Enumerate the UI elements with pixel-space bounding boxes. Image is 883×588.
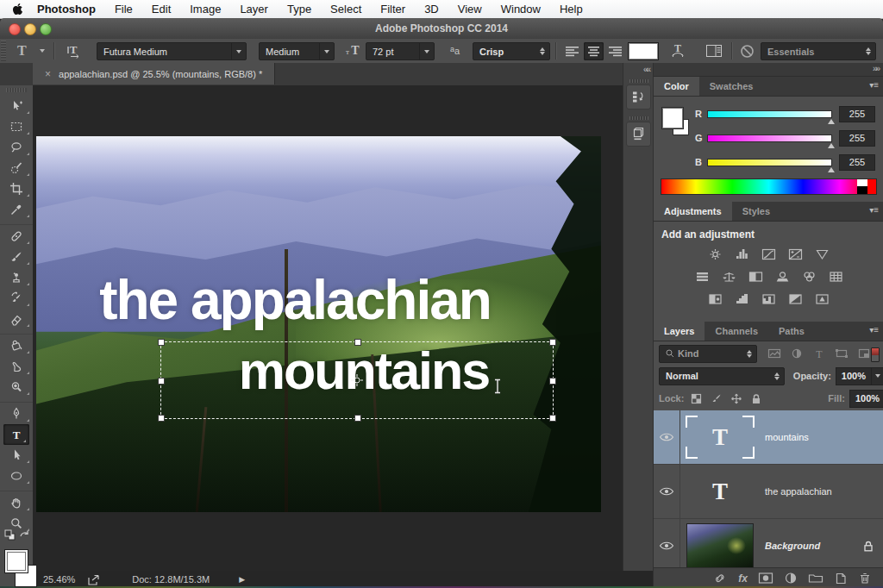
text-orientation-button[interactable]: T xyxy=(66,39,83,63)
menu-help[interactable]: Help xyxy=(560,3,583,16)
font-family-dropdown[interactable] xyxy=(231,43,246,59)
layer-style-fx-button[interactable]: fx xyxy=(738,572,748,585)
layer-filter-dropdown[interactable] xyxy=(747,350,752,358)
invert-icon[interactable] xyxy=(706,292,724,306)
share-icon[interactable] xyxy=(87,574,101,585)
hand-tool[interactable] xyxy=(0,492,33,513)
layer-visibility-toggle[interactable] xyxy=(654,410,680,464)
adjustments-tab-styles[interactable]: Styles xyxy=(732,202,780,221)
anti-alias-field[interactable]: Crisp xyxy=(473,42,550,60)
lock-paint-icon[interactable] xyxy=(711,393,723,404)
tab-close-icon[interactable]: × xyxy=(45,68,51,80)
layer-thumbnail[interactable] xyxy=(680,519,760,572)
levels-icon[interactable] xyxy=(733,247,751,261)
expand-panels-icon[interactable]: «« xyxy=(623,63,654,74)
adjustments-panel-menu-icon[interactable]: ▾≡ xyxy=(869,205,879,215)
menu-edit[interactable]: Edit xyxy=(152,3,171,16)
align-center-button[interactable] xyxy=(584,42,604,60)
panel-grip[interactable] xyxy=(629,79,648,83)
new-adjustment-layer-button[interactable] xyxy=(784,572,798,585)
apple-menu-icon[interactable] xyxy=(12,3,23,16)
anti-alias-dropdown[interactable] xyxy=(540,47,545,55)
opacity-dropdown[interactable] xyxy=(871,368,883,385)
channel-value-g[interactable]: 255 xyxy=(839,130,875,147)
font-size-dropdown[interactable] xyxy=(419,43,434,59)
brightness-contrast-icon[interactable] xyxy=(706,247,724,261)
slider-knob-r[interactable] xyxy=(828,119,835,124)
gradient-map-icon[interactable] xyxy=(786,292,805,306)
font-style-dropdown[interactable] xyxy=(319,43,334,59)
lock-all-icon[interactable] xyxy=(750,393,762,404)
layer-visibility-toggle[interactable] xyxy=(654,465,680,518)
spot-healing-brush-tool[interactable] xyxy=(0,226,33,247)
path-selection-tool[interactable] xyxy=(0,445,33,466)
color-tab-swatches[interactable]: Swatches xyxy=(699,77,764,96)
spectrum-black-swatch[interactable] xyxy=(857,186,867,194)
foreground-color-swatch[interactable] xyxy=(4,549,28,573)
fill-field[interactable]: 100% xyxy=(849,390,883,408)
selection-handle-top-center[interactable] xyxy=(354,339,361,346)
crop-tool[interactable] xyxy=(0,178,33,199)
menu-layer[interactable]: Layer xyxy=(240,3,268,16)
hue-saturation-icon[interactable] xyxy=(693,270,711,284)
layer-row-the-appalachian[interactable]: Tthe appalachian xyxy=(654,465,883,519)
photo-filter-icon[interactable] xyxy=(773,270,792,284)
new-group-button[interactable] xyxy=(808,572,824,585)
slider-knob-g[interactable] xyxy=(828,143,835,148)
zoom-window-button[interactable] xyxy=(40,23,52,35)
channel-value-b[interactable]: 255 xyxy=(839,154,875,171)
slider-track-g[interactable] xyxy=(707,134,832,142)
spectrum-white-swatch[interactable] xyxy=(857,179,867,186)
layer-filter-toggle[interactable] xyxy=(871,347,880,362)
layer-filter-field[interactable]: Kind xyxy=(659,345,757,363)
type-tool[interactable]: T xyxy=(3,424,29,445)
pen-tool[interactable] xyxy=(0,403,33,424)
eraser-tool[interactable] xyxy=(0,309,33,329)
selective-color-icon[interactable] xyxy=(813,292,831,306)
panel-foreground-swatch[interactable] xyxy=(661,107,684,129)
opacity-field[interactable]: 100% xyxy=(836,367,883,385)
color-tab-color[interactable]: Color xyxy=(654,77,699,96)
zoom-level-field[interactable]: 25.46% xyxy=(43,574,75,585)
menu-type[interactable]: Type xyxy=(287,3,311,16)
layer-row-Background[interactable]: Background xyxy=(654,519,883,573)
curves-icon[interactable] xyxy=(760,247,778,261)
selection-handle-bottom-right[interactable] xyxy=(549,415,556,422)
smart-objects-filter-icon[interactable] xyxy=(857,347,871,360)
adjustment-layers-filter-icon[interactable] xyxy=(790,347,804,360)
workspace-field[interactable]: Essentials xyxy=(761,42,876,60)
brush-tool[interactable] xyxy=(0,247,33,267)
layers-tab-channels[interactable]: Channels xyxy=(705,322,768,341)
vibrance-icon[interactable] xyxy=(813,247,831,261)
threshold-icon[interactable] xyxy=(760,292,778,306)
pixel-layers-filter-icon[interactable] xyxy=(767,347,781,360)
black-white-icon[interactable] xyxy=(747,270,765,284)
channel-mixer-icon[interactable] xyxy=(800,270,818,284)
status-expand-icon[interactable]: ▶ xyxy=(239,575,245,584)
layers-panel-menu-icon[interactable]: ▾≡ xyxy=(869,325,879,335)
slider-knob-b[interactable] xyxy=(828,167,835,172)
menu-file[interactable]: File xyxy=(115,3,133,16)
tools-panel-grip[interactable] xyxy=(6,88,27,92)
font-style-field[interactable]: Medium xyxy=(259,42,335,60)
lock-transparent-icon[interactable] xyxy=(691,393,703,404)
adjustments-tab-adjustments[interactable]: Adjustments xyxy=(654,202,732,221)
color-spectrum-ramp[interactable] xyxy=(661,178,877,195)
history-panel-icon[interactable] xyxy=(626,84,651,109)
canvas-text-the-appalachian[interactable]: the appalachian xyxy=(62,272,528,328)
quick-selection-tool[interactable] xyxy=(0,158,33,178)
text-layer-selection-box[interactable] xyxy=(160,341,554,419)
selection-handle-bottom-left[interactable] xyxy=(158,415,165,422)
link-layers-button[interactable] xyxy=(712,572,728,585)
options-bar-grip[interactable] xyxy=(1,41,6,61)
layer-thumbnail[interactable]: T xyxy=(680,410,760,464)
lock-move-icon[interactable] xyxy=(730,393,742,404)
history-brush-tool[interactable] xyxy=(0,288,33,309)
collapse-dock-icon[interactable]: »» xyxy=(654,63,883,77)
close-window-button[interactable] xyxy=(9,23,21,35)
workspace-dropdown[interactable] xyxy=(866,47,871,55)
layer-visibility-toggle[interactable] xyxy=(654,519,680,572)
menu-filter[interactable]: Filter xyxy=(380,3,405,16)
canvas-area[interactable]: the appalachian mountains xyxy=(33,85,623,571)
new-layer-button[interactable] xyxy=(834,572,848,585)
